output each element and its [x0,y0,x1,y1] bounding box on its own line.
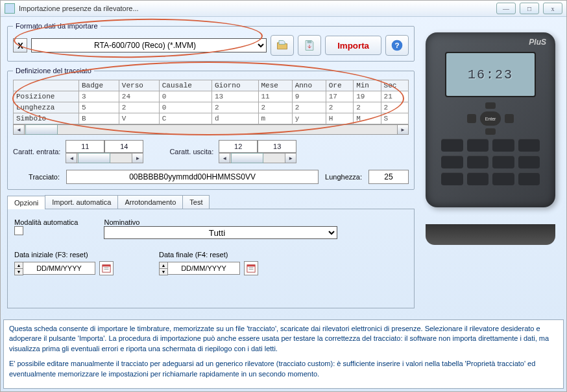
tracciato-label: Tracciato: [13,173,60,181]
data-iniziale-calendar-button[interactable] [99,261,114,275]
svg-rect-8 [247,265,255,267]
footer-paragraph-2: E' possibile editare manualmente il trac… [9,359,558,379]
help-icon: ? [391,39,404,52]
import-button[interactable]: Importa [325,36,381,55]
data-iniziale-input[interactable]: DD/MM/YYYY [23,262,95,275]
spin-down-icon[interactable]: ▼ [15,269,23,275]
window-title: Importazione presenze da rilevatore... [19,5,496,12]
format-legend: Formato dati da importare [13,22,101,30]
scroll-thumb[interactable] [78,153,110,163]
nominativo-select[interactable]: Tutti [104,226,337,239]
maximize-button[interactable]: □ [520,3,539,14]
caratt-entrata-2[interactable]: 14 [104,140,143,153]
calendar-icon [102,264,111,273]
col-badge: Badge [79,80,119,91]
svg-rect-4 [103,265,110,267]
tab-bar: Opzioni Import. automatica Arrotondament… [7,195,415,209]
open-file-button[interactable] [271,35,294,56]
scroll-right-icon[interactable]: ► [285,154,296,163]
device-enter-key: Enter [480,111,501,126]
device-brand: PluS [529,38,546,47]
scroll-right-icon[interactable]: ► [132,154,143,163]
scroll-left-icon[interactable]: ◄ [219,154,230,163]
col-min: Min [354,80,381,91]
table-row[interactable]: SimboloBVCdmyHMS [14,113,409,124]
scroll-left-icon[interactable]: ◄ [66,154,77,163]
clear-format-button[interactable]: X [13,38,27,52]
scroll-thumb[interactable] [231,153,263,163]
help-button[interactable]: ? [385,35,409,56]
footer-paragraph-1: Questa scheda consente di importare le t… [9,324,558,354]
table-row[interactable]: Posizione324013119171921 [14,91,409,102]
calendar-icon [247,264,256,273]
format-group: Formato dati da importare X RTA-600/700 … [7,22,415,62]
data-finale-input[interactable]: DD/MM/YYYY [168,262,240,275]
scroll-left-icon[interactable]: ◄ [14,125,25,134]
device-keypad [441,139,540,185]
svg-text:?: ? [394,41,399,49]
format-select[interactable]: RTA-600/700 (Reco) (*.MVM) [31,38,267,52]
caratt-uscita-2[interactable]: 13 [258,140,296,153]
spin-down-icon[interactable]: ▼ [160,269,167,275]
minimize-button[interactable]: — [496,3,516,14]
scroll-right-icon[interactable]: ► [397,125,408,134]
data-iniziale-spinner[interactable]: ▲▼ [14,262,23,275]
nominativo-label: Nominativo [104,218,337,226]
col-ore: Ore [326,80,353,91]
modalita-automatica-label: Modalità automatica [14,218,78,226]
col-sec: Sec [381,80,408,91]
caratt-entrata-1[interactable]: 11 [66,140,104,153]
data-iniziale-label: Data iniziale (F3: reset) [14,251,114,259]
data-finale-spinner[interactable]: ▲▼ [159,262,168,275]
caratt-entrata-label: Caratt. entrata: [13,148,63,156]
table-row[interactable]: Lunghezza520222222 [14,102,409,113]
col-causale: Causale [159,80,211,91]
help-footer: Questa scheda consente di importare le t… [3,319,564,389]
data-finale-label: Data finale (F4: reset) [159,251,258,259]
caratt-uscita-label: Caratt. uscita: [169,148,216,156]
modalita-automatica-checkbox[interactable] [14,226,23,235]
tracciato-group: Definizione del tracciato Badge Verso Ca… [7,67,415,190]
open-folder-icon [276,39,289,52]
table-header-row: Badge Verso Causale Giorno Mese Anno Ore… [14,80,409,91]
spin-up-icon[interactable]: ▲ [15,262,23,269]
col-anno: Anno [292,80,326,91]
titlebar: Importazione presenze da rilevatore... —… [1,1,566,17]
save-file-button[interactable] [298,35,321,56]
lunghezza-value: 25 [368,170,409,184]
tab-opzioni[interactable]: Opzioni [7,196,45,209]
data-finale-calendar-button[interactable] [244,261,258,275]
device-illustration: PluS 16:23 Enter [426,32,555,233]
device-screen: 16:23 [445,52,536,97]
scroll-thumb[interactable] [25,124,58,135]
tracciato-table[interactable]: Badge Verso Causale Giorno Mese Anno Ore… [13,80,409,124]
tracciato-value[interactable]: 00BBBBB0yymmdd00HHMMSS0VV [66,170,319,184]
device-dpad: Enter [463,102,518,135]
table-h-scrollbar[interactable]: ◄► [13,124,409,135]
tab-import-automatica[interactable]: Import. automatica [45,195,118,209]
lunghezza-label: Lunghezza: [325,173,362,181]
tab-panel-opzioni: Modalità automatica Nominativo Tutti Dat… [7,209,415,308]
app-window: Importazione presenze da rilevatore... —… [0,0,567,392]
tab-arrotondamento[interactable]: Arrotondamento [117,195,183,209]
col-verso: Verso [119,80,159,91]
tracciato-legend: Definizione del tracciato [13,67,94,75]
col-giorno: Giorno [211,80,258,91]
col-blank [14,80,79,91]
save-icon [303,39,316,52]
app-icon [5,3,15,14]
spin-up-icon[interactable]: ▲ [160,262,167,269]
close-button[interactable]: x [543,3,562,14]
col-mese: Mese [258,80,292,91]
caratt-uscita-1[interactable]: 12 [219,140,258,153]
tab-test[interactable]: Test [182,195,210,209]
svg-rect-0 [308,41,312,43]
